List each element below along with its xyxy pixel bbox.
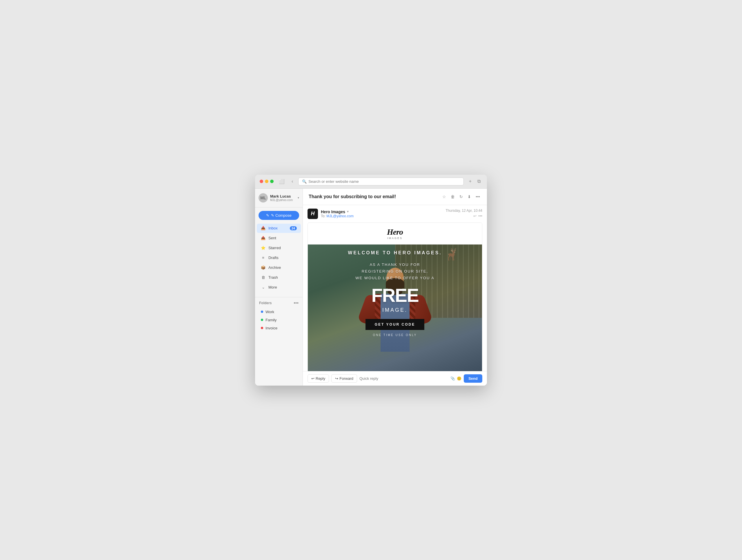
- sender-avatar-letter: H: [311, 211, 315, 217]
- thank-you-text: AS A THANK YOU FOR REGISTERING ON OUR SI…: [314, 261, 476, 282]
- reply-bar: ↩ Reply ↪ Forward 📎 🙂 Send: [303, 371, 487, 386]
- user-profile[interactable]: ML Mark Lucas MJL@yahoo.com ▾: [255, 193, 303, 208]
- reply-icon: ↩: [311, 376, 315, 381]
- forward-button[interactable]: ↪ Forward: [331, 374, 357, 383]
- new-tab-button[interactable]: +: [467, 178, 473, 184]
- delete-email-button[interactable]: 🗑: [449, 193, 456, 200]
- sidebar-item-starred[interactable]: ⭐ Starred: [257, 243, 301, 253]
- email-message: H Hero Images ▾ To: MJL@yahoo.com: [303, 205, 487, 371]
- sender-dropdown-icon[interactable]: ▾: [347, 210, 349, 214]
- email-content: Thank you for subscribing to our email! …: [303, 188, 487, 386]
- get-code-button[interactable]: GET YOUR CODE: [366, 319, 424, 330]
- sender-name: Hero Images: [321, 210, 345, 214]
- user-name: Mark Lucas: [270, 194, 295, 199]
- avatar-initials: ML: [260, 195, 266, 200]
- search-icon: 🔍: [302, 179, 307, 184]
- sidebar-item-more[interactable]: ⌄ More: [257, 283, 301, 292]
- close-traffic-light[interactable]: [260, 180, 263, 183]
- compose-label: ✎ Compose: [271, 213, 291, 218]
- folder-invoice[interactable]: Invoice: [257, 324, 301, 332]
- drafts-icon: ≡: [261, 256, 265, 260]
- hero-logo-sub: images: [312, 237, 477, 239]
- address-input[interactable]: [308, 179, 460, 184]
- attachment-button[interactable]: 📎: [450, 376, 455, 381]
- hero-logo: Hero images: [312, 227, 477, 239]
- folder-work[interactable]: Work: [257, 308, 301, 316]
- folders-more-button[interactable]: •••: [294, 301, 299, 305]
- hero-creative-section: 🦌: [308, 244, 482, 371]
- sender-avatar: H: [308, 209, 318, 219]
- sender-name-row: Hero Images ▾: [321, 210, 354, 214]
- to-label: To:: [321, 214, 325, 218]
- more-email-button[interactable]: •••: [474, 193, 481, 200]
- archive-email-button[interactable]: ⬇: [466, 193, 472, 200]
- forward-label: Forward: [339, 376, 353, 381]
- drafts-label: Drafts: [268, 256, 278, 260]
- invoice-label: Invoice: [265, 326, 277, 330]
- sidebar-toggle-button[interactable]: ⬜: [277, 178, 286, 185]
- family-dot: [261, 319, 263, 321]
- fullscreen-traffic-light[interactable]: [270, 180, 274, 183]
- thank-you-line3: WE WOULD LIKE TO OFFER YOU A: [314, 275, 476, 281]
- free-text: FREE: [314, 286, 476, 305]
- trash-icon: 🗑: [261, 275, 265, 280]
- sidebar-item-inbox[interactable]: 📥 Inbox 24: [257, 224, 301, 233]
- work-label: Work: [265, 310, 274, 314]
- inbox-label: Inbox: [268, 226, 278, 230]
- sidebar-item-trash[interactable]: 🗑 Trash: [257, 273, 301, 282]
- one-time-text: ONE TIME USE ONLY: [314, 333, 476, 337]
- traffic-lights: [260, 180, 274, 183]
- quick-reply-input[interactable]: [359, 376, 448, 381]
- sender-email-link[interactable]: MJL@yahoo.com: [326, 214, 354, 218]
- message-more-button[interactable]: •••: [478, 214, 482, 218]
- compose-button[interactable]: ✎ ✎ Compose: [259, 211, 299, 220]
- starred-label: Starred: [268, 246, 281, 250]
- message-options: ↩ •••: [473, 214, 482, 218]
- browser-window: ⬜ ‹ 🔍 + ⧉ ML Mark Lucas MJL@yahoo.com ▾: [255, 175, 487, 386]
- sender-details: Hero Images ▾ To: MJL@yahoo.com: [321, 210, 354, 218]
- folders-label: Folders: [259, 301, 272, 305]
- reply-button[interactable]: ↩ Reply: [308, 374, 329, 383]
- archive-icon: 📦: [261, 265, 265, 270]
- address-bar[interactable]: 🔍: [298, 178, 464, 185]
- user-dropdown-icon[interactable]: ▾: [298, 196, 299, 199]
- star-email-button[interactable]: ☆: [441, 193, 447, 200]
- sent-label: Sent: [268, 236, 276, 240]
- sidebar: ML Mark Lucas MJL@yahoo.com ▾ ✎ ✎ Compos…: [255, 188, 303, 386]
- work-dot: [261, 311, 263, 313]
- sidebar-item-sent[interactable]: 📤 Sent: [257, 233, 301, 243]
- reply-input-icons: 📎 🙂: [450, 376, 462, 381]
- sent-icon: 📤: [261, 236, 265, 240]
- emoji-button[interactable]: 🙂: [457, 376, 462, 381]
- message-timestamp: Thursday, 12 Apr, 10:44: [445, 209, 482, 213]
- message-meta: H Hero Images ▾ To: MJL@yahoo.com: [303, 205, 487, 223]
- welcome-text: WELCOME TO HERO IMAGES.: [314, 250, 476, 256]
- sidebar-item-archive[interactable]: 📦 Archive: [257, 263, 301, 272]
- invoice-dot: [261, 327, 263, 329]
- archive-label: Archive: [268, 265, 281, 270]
- image-label: IMAGE.: [314, 307, 476, 313]
- browser-actions: + ⧉: [467, 178, 482, 184]
- refresh-email-button[interactable]: ↻: [458, 193, 464, 200]
- get-code-label: GET YOUR CODE: [375, 323, 415, 327]
- send-button[interactable]: Send: [464, 374, 482, 383]
- hero-logo-bar: Hero images: [308, 223, 482, 244]
- email-subject: Thank you for subscribing to our email!: [309, 194, 396, 199]
- sidebar-item-drafts[interactable]: ≡ Drafts: [257, 253, 301, 263]
- avatar: ML: [259, 193, 268, 203]
- more-icon: ⌄: [261, 285, 265, 290]
- sender-info: H Hero Images ▾ To: MJL@yahoo.com: [308, 209, 354, 219]
- hero-logo-text: Hero: [312, 227, 477, 237]
- star-icon: ⭐: [261, 246, 265, 250]
- user-info: Mark Lucas MJL@yahoo.com: [270, 194, 295, 202]
- minimize-traffic-light[interactable]: [265, 180, 268, 183]
- thank-you-line2: REGISTERING ON OUR SITE,: [314, 268, 476, 275]
- inbox-icon: 📥: [261, 226, 265, 231]
- tab-overview-button[interactable]: ⧉: [476, 178, 482, 184]
- back-button[interactable]: ‹: [290, 178, 295, 184]
- send-label: Send: [468, 376, 478, 381]
- thank-you-line1: AS A THANK YOU FOR: [314, 261, 476, 268]
- folders-section: Folders ••• Work Family Invoice: [255, 297, 303, 332]
- reply-arrow-button[interactable]: ↩: [473, 214, 477, 218]
- folder-family[interactable]: Family: [257, 316, 301, 324]
